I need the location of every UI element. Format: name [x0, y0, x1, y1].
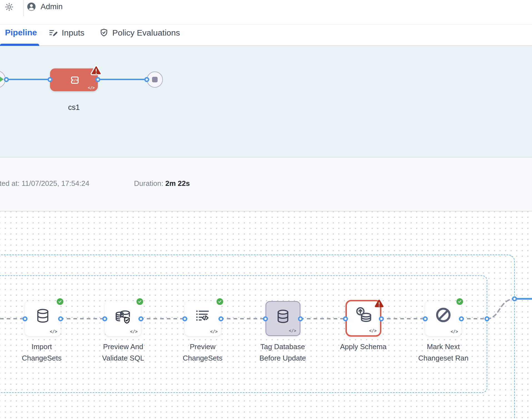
topbar-divider — [23, 0, 24, 16]
step-preview-and-validate-sql[interactable]: </> — [105, 301, 141, 336]
user-avatar-icon — [27, 2, 36, 11]
database-upload-icon — [354, 306, 374, 326]
success-badge-icon — [136, 298, 144, 305]
port-dot — [512, 296, 517, 301]
success-badge-icon — [456, 298, 464, 305]
tab-pipeline[interactable]: Pipeline — [5, 28, 37, 37]
exit-edge-line — [514, 298, 532, 300]
plugin-code-icon: </> — [68, 73, 81, 87]
step-label: Preview ChangeSets — [164, 341, 242, 364]
success-badge-icon — [56, 298, 64, 305]
step-mark-next-changeset-ran[interactable]: </> — [425, 301, 461, 336]
stop-icon — [152, 77, 158, 82]
port-dot — [138, 316, 143, 321]
port-dot — [379, 316, 384, 321]
error-badge-icon — [374, 299, 384, 309]
port-dot — [182, 316, 187, 321]
code-glyph: </> — [130, 329, 138, 334]
prohibited-icon — [434, 306, 452, 324]
play-icon — [0, 76, 4, 82]
step-label: Import ChangeSets — [3, 341, 81, 364]
database-validate-icon — [114, 308, 131, 325]
edge-start-to-cs1 — [6, 79, 50, 80]
shield-check-icon — [99, 28, 109, 38]
started-at-text: ted at: 11/07/2025, 17:54:24 — [0, 179, 89, 188]
gear-icon[interactable] — [4, 2, 14, 12]
port-dot — [298, 316, 303, 321]
node-cs1[interactable]: </> </> — [50, 68, 98, 91]
tab-policy-evaluations[interactable]: Policy Evaluations — [99, 28, 180, 38]
port-dot — [58, 316, 63, 321]
upper-pipeline-canvas: </> </> cs1 — [0, 46, 532, 157]
port-dot — [4, 77, 9, 82]
list-code-icon — [195, 308, 211, 324]
port-dot — [218, 316, 223, 321]
port-dot — [95, 77, 100, 82]
user-menu[interactable]: Admin — [27, 1, 63, 12]
step-tag-database-before-update[interactable]: </> — [265, 301, 300, 336]
step-preview-changesets[interactable]: </> — [185, 301, 221, 336]
user-label: Admin — [41, 2, 63, 11]
error-badge-icon — [90, 65, 102, 76]
edge-cs1-to-end — [98, 79, 147, 80]
database-tag-icon — [275, 309, 291, 324]
svg-text:</>: </> — [72, 78, 78, 82]
edit-inputs-icon — [48, 28, 58, 38]
stage-graph-canvas: </> Import ChangeSets — [0, 211, 532, 419]
code-glyph: </> — [88, 85, 95, 90]
port-dot — [423, 316, 428, 321]
port-dot — [144, 77, 149, 82]
database-icon — [35, 308, 51, 324]
top-bar: Admin — [0, 0, 532, 24]
code-glyph: </> — [369, 328, 377, 333]
port-dot — [263, 316, 268, 321]
code-glyph: </> — [289, 328, 296, 333]
node-cs1-label: cs1 — [52, 103, 96, 112]
step-label: Tag Database Before Update — [244, 341, 322, 364]
port-dot — [484, 316, 489, 321]
tab-bar: Pipeline Inputs Policy Evaluations — [0, 24, 532, 46]
port-dot — [102, 316, 107, 321]
step-label: Preview And Validate SQL — [84, 341, 162, 364]
execution-status-bar: ted at: 11/07/2025, 17:54:24 Duration: 2… — [0, 157, 532, 211]
code-glyph: </> — [451, 329, 458, 334]
code-glyph: </> — [50, 329, 57, 334]
step-label: Apply Schema — [324, 341, 402, 353]
code-glyph: </> — [210, 329, 218, 334]
duration-label: Duration: — [134, 179, 163, 188]
port-dot — [459, 316, 464, 321]
duration-value: 2m 22s — [165, 179, 190, 188]
active-tab-underline — [0, 44, 39, 46]
tab-inputs[interactable]: Inputs — [48, 28, 84, 38]
port-dot — [23, 316, 28, 321]
port-dot — [48, 77, 53, 82]
duration-text: Duration: 2m 22s — [134, 179, 190, 188]
pipeline-execution-page: Admin Pipeline Inputs Policy Ev — [0, 0, 532, 419]
success-badge-icon — [216, 298, 224, 305]
step-label: Mark Next Changeset Ran — [404, 341, 482, 364]
step-import-changesets[interactable]: </> — [25, 301, 61, 336]
port-dot — [343, 316, 348, 321]
